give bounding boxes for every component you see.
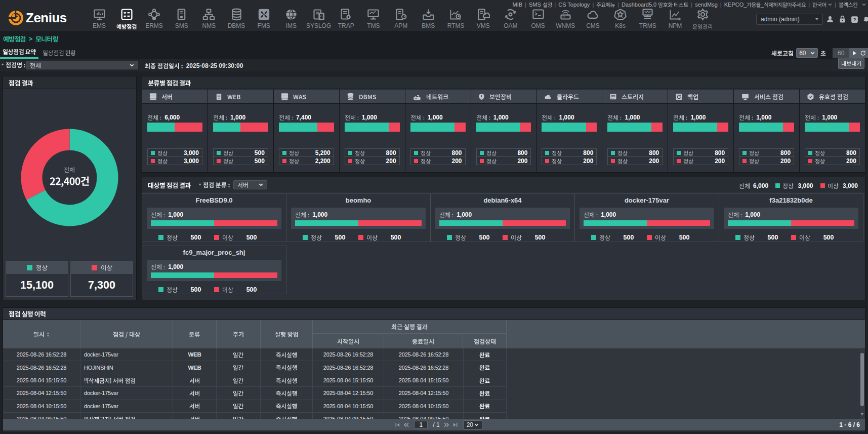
svg-text:?: ? bbox=[853, 17, 856, 22]
